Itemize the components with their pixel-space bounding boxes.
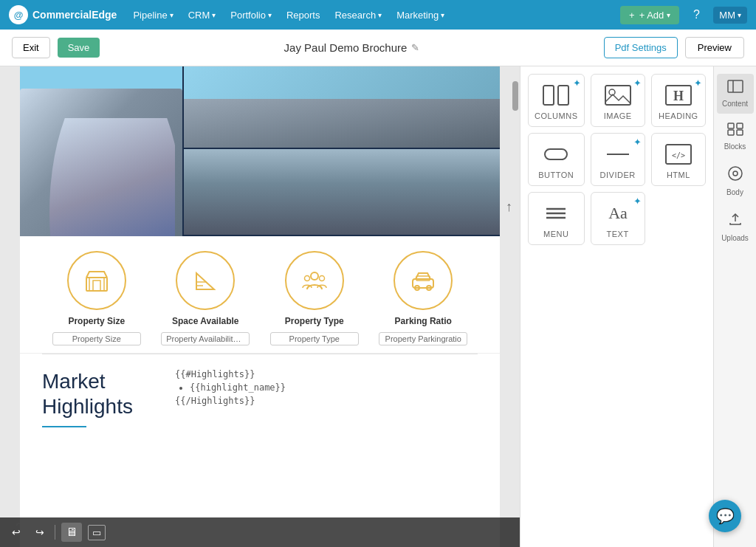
- sidebar-content-tab[interactable]: Content: [717, 74, 754, 114]
- divider-label: DIVIDER: [600, 171, 636, 179]
- top-nav: @ CommercialEdge Pipeline ▾ CRM ▾ Portfo…: [0, 0, 756, 30]
- space-available-label: Space Available: [172, 316, 239, 326]
- sidebar-body-tab[interactable]: Body: [717, 159, 754, 202]
- document-toolbar: Exit Save Jay Paul Demo Brochure ✎ Pdf S…: [0, 30, 756, 66]
- nav-research[interactable]: Research ▾: [330, 7, 386, 24]
- sidebar-blocks-tab[interactable]: Blocks: [717, 117, 754, 156]
- add-heading-icon[interactable]: ✦: [694, 78, 702, 89]
- chat-icon: 💬: [716, 507, 735, 525]
- element-card-button[interactable]: BUTTON: [528, 133, 585, 186]
- elements-panel: ✦ COLUMNS ✦: [520, 66, 713, 547]
- svg-point-8: [304, 276, 309, 281]
- add-text-icon[interactable]: ✦: [633, 196, 642, 207]
- blocks-icon: [727, 123, 743, 140]
- document-title: Jay Paul Demo Brochure: [284, 41, 408, 54]
- save-button[interactable]: Save: [58, 38, 100, 58]
- space-available-icon-circle: [176, 251, 235, 310]
- svg-rect-28: [728, 80, 743, 92]
- menu-label: MENU: [543, 230, 568, 238]
- nav-reports[interactable]: Reports: [282, 7, 325, 24]
- chevron-down-icon: ▾: [378, 11, 382, 19]
- question-icon: ?: [693, 8, 700, 21]
- uploads-icon: [727, 211, 743, 231]
- desktop-view-button[interactable]: 🖥: [61, 523, 82, 542]
- sidebar-uploads-tab[interactable]: Uploads: [717, 205, 754, 248]
- columns-icon: [541, 83, 571, 107]
- element-card-image[interactable]: ✦ IMAGE: [591, 74, 645, 127]
- help-button[interactable]: ?: [685, 4, 707, 26]
- property-image-left: [20, 66, 182, 236]
- chat-button[interactable]: 💬: [709, 500, 741, 532]
- nav-portfolio[interactable]: Portfolio ▾: [226, 7, 276, 24]
- tablet-view-button[interactable]: ▭: [88, 525, 106, 540]
- avatar: MM: [719, 10, 735, 21]
- add-columns-icon[interactable]: ✦: [573, 78, 581, 89]
- market-highlights-section: Market Highlights {{#Highlights}} {{high…: [20, 354, 500, 442]
- svg-point-34: [729, 167, 742, 180]
- property-images-section: 218: [20, 66, 500, 236]
- svg-text:Aa: Aa: [608, 204, 628, 222]
- canvas-content: 218: [20, 66, 500, 547]
- svg-point-9: [319, 276, 324, 281]
- document-title-area: Jay Paul Demo Brochure ✎: [107, 41, 596, 54]
- body-icon: [727, 165, 743, 185]
- scroll-handle[interactable]: [512, 81, 518, 111]
- menu-icon: [541, 202, 571, 225]
- html-label: HTML: [667, 171, 690, 179]
- element-card-columns[interactable]: ✦ COLUMNS: [528, 74, 585, 127]
- sidebar-icons-column: Content Blocks: [713, 66, 756, 547]
- property-size-value: Property Size: [52, 332, 141, 345]
- chevron-down-icon: ▾: [738, 11, 741, 19]
- add-image-icon[interactable]: ✦: [633, 78, 642, 89]
- add-divider-icon[interactable]: ✦: [633, 137, 642, 148]
- chevron-down-icon: ▾: [441, 11, 444, 19]
- logo-icon: @: [9, 5, 28, 24]
- logo[interactable]: @ CommercialEdge: [9, 5, 117, 24]
- market-highlights-content: {{#Highlights}} {{highlight_name}} {{/Hi…: [175, 369, 478, 427]
- template-end: {{/Highlights}}: [175, 396, 478, 406]
- space-available-value: Property Availability Sf: [161, 332, 250, 345]
- element-card-heading[interactable]: ✦ H HEADING: [651, 74, 706, 127]
- blocks-label: Blocks: [724, 142, 746, 151]
- svg-rect-16: [605, 86, 630, 105]
- property-icons-row: Property Size Property Size Spa: [20, 236, 500, 354]
- people-icon: [301, 267, 328, 294]
- nav-crm[interactable]: CRM ▾: [184, 7, 221, 24]
- property-type-icon-circle: [285, 251, 344, 310]
- columns-label: COLUMNS: [535, 111, 578, 120]
- heading-label: HEADING: [659, 111, 698, 120]
- element-card-text[interactable]: ✦ Aa TEXT: [591, 192, 645, 245]
- element-card-html[interactable]: </> HTML: [651, 133, 706, 186]
- svg-text:H: H: [673, 89, 684, 103]
- svg-rect-33: [737, 130, 743, 135]
- ruler-icon: [192, 267, 219, 294]
- parking-ratio-icon-circle: [394, 251, 453, 310]
- pdf-settings-button[interactable]: Pdf Settings: [604, 37, 678, 58]
- canvas-scroll[interactable]: 218: [0, 66, 520, 547]
- elements-grid: ✦ COLUMNS ✦: [528, 74, 706, 245]
- exit-button[interactable]: Exit: [12, 37, 50, 58]
- nav-marketing[interactable]: Marketing ▾: [392, 7, 449, 24]
- parking-ratio-value: Property Parkingratio: [379, 332, 467, 345]
- property-images-right: 218: [184, 66, 500, 236]
- preview-button[interactable]: Preview: [685, 37, 744, 58]
- uploads-label: Uploads: [721, 234, 749, 242]
- redo-button[interactable]: ↪: [31, 523, 49, 541]
- avatar-button[interactable]: MM ▾: [713, 7, 747, 24]
- svg-point-35: [733, 171, 738, 176]
- svg-rect-14: [543, 86, 554, 105]
- add-button[interactable]: + + Add ▾: [620, 6, 679, 24]
- element-card-divider[interactable]: ✦ DIVIDER: [591, 133, 645, 186]
- undo-button[interactable]: ↩: [7, 523, 25, 541]
- svg-rect-30: [728, 123, 734, 128]
- content-icon: [727, 80, 743, 97]
- element-card-menu[interactable]: MENU: [528, 192, 585, 245]
- svg-rect-20: [545, 149, 567, 159]
- edit-title-icon[interactable]: ✎: [411, 42, 419, 53]
- property-type-label: Property Type: [285, 316, 344, 326]
- plus-icon: +: [629, 10, 635, 21]
- bottom-toolbar: ↩ ↪ 🖥 ▭: [0, 517, 520, 547]
- content-label: Content: [722, 100, 748, 108]
- svg-rect-32: [728, 130, 734, 135]
- nav-pipeline[interactable]: Pipeline ▾: [128, 7, 177, 24]
